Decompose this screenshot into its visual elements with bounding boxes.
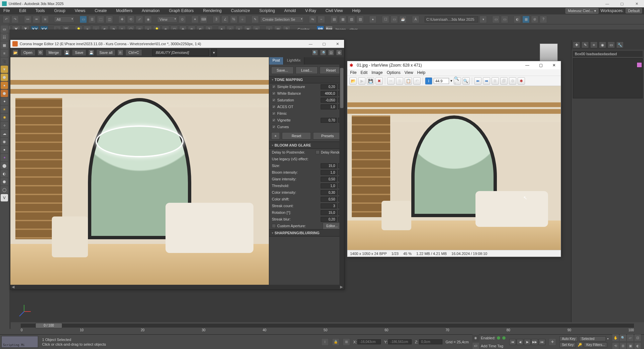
irfan-min-btn[interactable]: — [521,61,534,69]
toggle-ribbon-btn[interactable]: ▦ [339,16,346,23]
tone-reset-btn[interactable]: Reset [282,132,311,140]
corona-merge-btn[interactable]: Merge [45,49,62,56]
corona-saveall-btn[interactable]: Save all [96,49,115,56]
tone-chk-0[interactable] [272,85,276,89]
menu-arnold[interactable]: Arnold [282,8,298,13]
menu-grapheditors[interactable]: Graph Editors [167,8,196,13]
ltb-6[interactable]: ▼ [1,66,8,73]
bloom-delay-render-chk[interactable] [316,150,320,154]
menu-customize[interactable]: Customize [229,8,252,13]
corona-open-btn[interactable]: Open [20,49,35,56]
move-btn[interactable]: ✥ [118,16,126,23]
menu-animation[interactable]: Animation [140,8,162,13]
bind-btn[interactable]: ≋ [41,16,49,23]
lock-btn[interactable]: 🔒 [332,338,339,346]
irfan-menu-help[interactable]: Help [417,70,426,75]
workspaces-dropdown[interactable]: Default [626,8,642,13]
time-slider[interactable]: 0 / 100 [35,323,62,328]
menu-file[interactable]: File [1,8,12,13]
tone-chk-1[interactable] [272,91,276,95]
tone-val-0[interactable]: 0,20 [321,84,337,89]
irfan-delete-icon[interactable]: ✖ [375,77,383,85]
nav-zoomall[interactable]: ⊡ [634,334,641,342]
ltb-13[interactable]: ✧ [1,122,8,129]
menu-views[interactable]: Views [73,8,87,13]
corona-titlebar[interactable]: Corona Image Editor 12 (E:\Prace inne\20… [10,40,344,48]
ltb-4[interactable]: ≡ [1,50,8,57]
window-maximize-btn[interactable]: ▢ [615,0,629,7]
tb-extra3[interactable]: ◐ [514,16,521,23]
corona-settings[interactable]: ⚙ [336,50,342,56]
layer-explorer-btn[interactable]: ▤ [330,16,338,23]
section-tone-mapping[interactable]: TONE MAPPING [269,76,344,83]
ltb-20[interactable]: ⬣ [1,178,8,185]
ref-coord-dropdown[interactable]: View [157,16,177,22]
rendered-frame-btn[interactable]: ▭ [391,16,398,23]
percent-snap-btn[interactable]: % [230,16,237,23]
irfan-copyfile-icon[interactable]: 🗎 [492,77,499,85]
select-object-btn[interactable]: ▭ [80,16,87,23]
auto-key-btn[interactable]: Auto Key [559,336,578,341]
irfan-menu-file[interactable]: File [350,70,356,75]
cmd-tab-motion[interactable]: ◉ [599,41,606,48]
corona-save-btn[interactable]: Save [72,49,86,56]
nav-zoom[interactable]: 🔍 [619,334,627,342]
tone-chk-2[interactable] [272,98,276,102]
tone-presets-btn[interactable]: Presets [313,132,342,140]
next-frame-btn[interactable]: ▶▶ [531,339,538,345]
ltb-17[interactable]: ✦ [1,154,8,161]
material-editor-btn[interactable]: ● [369,16,377,23]
coord-y-field[interactable]: -186,561cm [388,339,412,344]
irfan-copy-icon[interactable]: ⎘ [396,77,403,85]
ltb-18[interactable]: ⬤ [1,162,8,169]
corona-tab-lightmix[interactable]: LightMix [284,57,304,65]
render-production-btn[interactable]: ☕ [399,16,407,23]
menu-civilview[interactable]: Civil View [323,8,345,13]
tb-extra1[interactable]: ▭ [492,16,500,23]
coord-x-field[interactable]: -16,043cm [357,339,381,344]
corona-merge-icon[interactable]: ⧉ [37,50,43,56]
irfan-zoomin-icon[interactable]: 🔍+ [454,77,461,85]
tone-val-1[interactable]: 4800,0 [321,91,337,96]
irfan-zoomout-icon[interactable]: 🔍- [462,77,470,85]
corona-copy-icon[interactable]: ⎘ [117,50,123,56]
irfan-slideshow-icon[interactable]: ▶ [358,77,365,85]
irfan-cut-icon[interactable]: ✂ [387,77,395,85]
set-key-btn[interactable]: Set Key [559,342,576,347]
user-badge[interactable]: Mateusz Cieć... ▾ [565,8,599,14]
maxscript-mini-listener[interactable]: Scripting Mi [1,336,38,348]
snap-btn[interactable]: ⊞ [343,338,350,346]
window-minimize-btn[interactable]: — [600,0,615,7]
menu-edit[interactable]: Edit [17,8,28,13]
tone-chk-4[interactable] [272,111,276,115]
ltb-5[interactable]: 🎥 [1,58,8,65]
corona-close-btn[interactable]: ✕ [331,40,344,48]
corona-zoom2[interactable]: 🔎 [320,50,326,56]
ltb-vray[interactable]: V [1,194,8,201]
irfan-undo-icon[interactable]: ↶ [413,77,421,85]
irfan-next-icon[interactable]: ➡ [483,77,490,85]
menu-create[interactable]: Create [93,8,109,13]
tone-chk-6[interactable] [272,125,276,129]
redo-btn[interactable]: ↷ [11,16,19,23]
corona-hscroll[interactable]: ◀▶ [10,285,344,289]
goto-end-btn[interactable]: ⏭ [539,339,545,345]
tb-extra4[interactable]: ▦ [522,16,530,23]
tone-chk-5[interactable] [272,118,276,122]
ltb-11[interactable]: ☀ [1,106,8,113]
key-mode-btn[interactable]: ✚ [549,338,556,346]
corona-side-load-btn[interactable]: Load... [296,67,318,74]
irfan-info-icon[interactable]: i [425,77,432,85]
corona-max-btn[interactable]: ▢ [317,40,331,48]
ltb-19[interactable]: ◐ [1,170,8,177]
ltb-2[interactable]: ☷ [1,33,8,41]
key-filter-selected[interactable]: Selected [579,336,606,341]
angle-snap-btn[interactable]: ∠ [221,16,229,23]
snap-toggle-btn[interactable]: 3 [213,16,220,23]
corona-channel-arrow[interactable]: ▾ [211,49,217,56]
ltb-15[interactable]: ◉ [1,138,8,145]
irfan-titlebar[interactable]: ✱ 01.jpg - IrfanView (Zoom: 628 x 471) —… [347,61,561,69]
corona-saveall-icon[interactable]: 💾 [88,50,94,56]
spinner-snap-btn[interactable]: ⟐ [239,16,246,23]
named-selection-dropdown[interactable]: Create Selection Se [260,16,304,22]
